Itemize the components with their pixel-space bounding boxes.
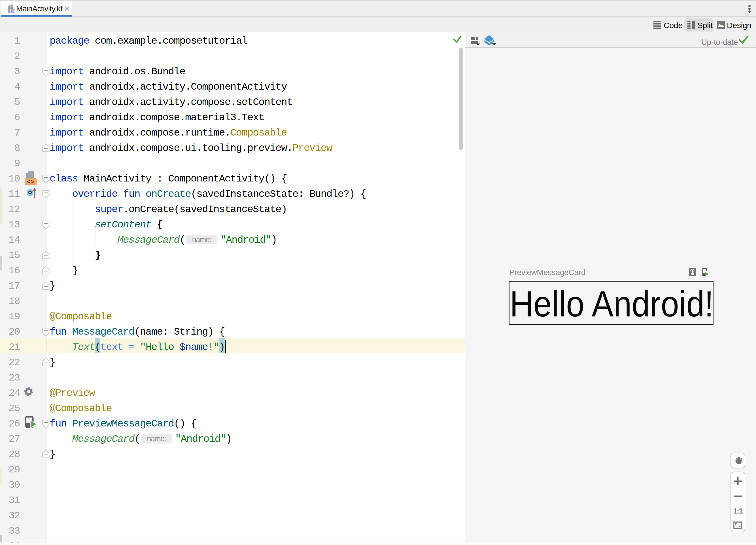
svg-text:<>: <> — [27, 179, 34, 186]
